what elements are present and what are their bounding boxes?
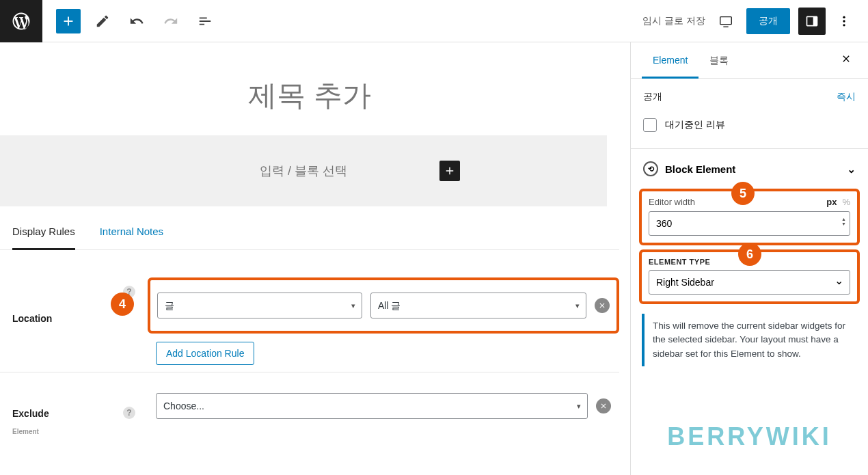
add-block-button[interactable] xyxy=(56,9,81,33)
preview-icon xyxy=(718,14,733,29)
visibility-value-button[interactable]: 즉시 xyxy=(837,91,856,103)
annotation-badge-5: 5 xyxy=(731,182,755,205)
dots-vertical-icon xyxy=(837,14,851,28)
pending-review-label: 대기중인 리뷰 xyxy=(665,119,725,131)
add-location-rule-button[interactable]: Add Location Rule xyxy=(156,342,254,365)
editor-area: 제목 추가 입력 / 블록 선택 Display Rules Internal … xyxy=(0,42,630,475)
annotation-badge-6: 6 xyxy=(738,243,761,266)
help-icon[interactable]: ? xyxy=(123,407,135,419)
location-target-select[interactable]: All 글 xyxy=(370,293,586,318)
plus-icon xyxy=(61,14,76,29)
preview-button[interactable] xyxy=(714,9,738,33)
sidebar-icon xyxy=(805,14,819,28)
undo-button[interactable] xyxy=(124,9,149,33)
list-icon xyxy=(198,14,213,29)
edit-mode-button[interactable] xyxy=(90,9,115,33)
publish-button[interactable]: 공개 xyxy=(746,8,790,34)
close-icon xyxy=(599,402,608,410)
svg-rect-0 xyxy=(720,16,732,24)
svg-point-4 xyxy=(843,16,845,18)
remove-exclude-rule-button[interactable] xyxy=(596,398,611,413)
exclude-select[interactable]: Choose... xyxy=(156,393,588,419)
block-element-panel-header[interactable]: ⟲ Block Element ⌃ xyxy=(631,149,868,189)
sidebar-tab-block[interactable]: 블록 xyxy=(699,42,740,78)
inline-add-block-button[interactable] xyxy=(439,161,460,181)
element-type-select[interactable]: Right Sidebar xyxy=(649,270,850,295)
sidebar-tab-element[interactable]: Element xyxy=(642,42,699,79)
editor-width-label: Editor width xyxy=(649,197,695,207)
annotation-box-4: 4 글 All 글 xyxy=(148,277,619,334)
tab-display-rules[interactable]: Display Rules xyxy=(12,226,75,250)
annotation-box-6: 6 ELEMENT TYPE Right Sidebar xyxy=(639,249,860,304)
pending-review-checkbox[interactable] xyxy=(643,118,657,132)
unit-px-button[interactable]: px xyxy=(826,197,837,207)
location-type-select[interactable]: 글 xyxy=(157,293,362,318)
annotation-box-5: 5 Editor width px % ▲▼ xyxy=(639,189,860,245)
top-toolbar: 임시 글로 저장 공개 xyxy=(0,0,868,42)
exclude-sublabel: Element xyxy=(12,428,39,435)
wordpress-icon xyxy=(11,11,31,31)
svg-point-6 xyxy=(843,24,845,26)
plus-icon xyxy=(444,165,456,177)
sidebar: Element 블록 공개 즉시 대기중인 리뷰 ⟲ Block Element… xyxy=(630,42,868,475)
element-tabs: Display Rules Internal Notes xyxy=(0,206,619,250)
undo-icon xyxy=(129,14,144,29)
exclude-label: ? Exclude Element xyxy=(0,372,148,433)
pencil-icon xyxy=(95,14,110,29)
sidebar-toggle-button[interactable] xyxy=(798,8,826,35)
remove-location-rule-button[interactable] xyxy=(595,298,610,313)
close-icon xyxy=(841,53,852,64)
editor-width-input[interactable] xyxy=(649,211,850,236)
wp-logo[interactable] xyxy=(0,0,42,42)
redo-button[interactable] xyxy=(159,9,183,33)
visibility-label: 공개 xyxy=(643,91,837,103)
number-stepper[interactable]: ▲▼ xyxy=(841,217,846,226)
unit-percent-button[interactable]: % xyxy=(842,197,850,207)
block-prompt: 입력 / 블록 선택 xyxy=(16,163,591,179)
tab-internal-notes[interactable]: Internal Notes xyxy=(100,226,163,249)
redo-icon xyxy=(163,14,178,29)
more-options-button[interactable] xyxy=(834,9,854,33)
save-draft-button[interactable]: 임시 글로 저장 xyxy=(642,15,705,27)
svg-point-5 xyxy=(843,20,845,22)
block-inserter[interactable]: 입력 / 블록 선택 xyxy=(0,135,607,206)
element-type-notice: This will remove the current sidebar wid… xyxy=(642,314,857,366)
document-outline-button[interactable] xyxy=(193,9,217,33)
generatepress-icon: ⟲ xyxy=(643,161,658,176)
annotation-badge-4: 4 xyxy=(111,293,134,316)
chevron-up-icon: ⌃ xyxy=(847,163,856,175)
svg-rect-3 xyxy=(813,16,817,25)
watermark: BERRYWIKI xyxy=(667,422,832,451)
post-title-input[interactable]: 제목 추가 xyxy=(0,77,619,115)
close-sidebar-button[interactable] xyxy=(835,48,857,72)
close-icon xyxy=(598,301,606,310)
